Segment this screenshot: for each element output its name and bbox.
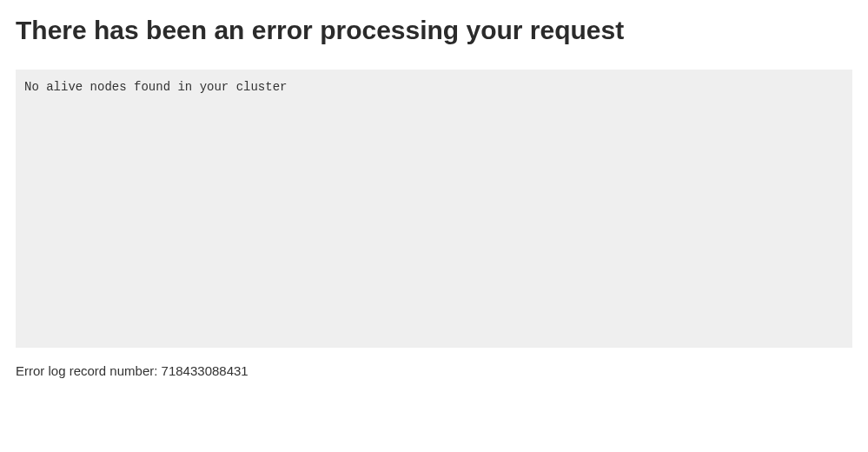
error-message-box: No alive nodes found in your cluster xyxy=(16,70,852,348)
error-log-label: Error log record number: xyxy=(16,363,162,378)
error-log-line: Error log record number: 718433088431 xyxy=(16,363,852,378)
page-title: There has been an error processing your … xyxy=(16,16,852,45)
error-log-number: 718433088431 xyxy=(162,363,248,378)
error-message-text: No alive nodes found in your cluster xyxy=(24,80,844,94)
